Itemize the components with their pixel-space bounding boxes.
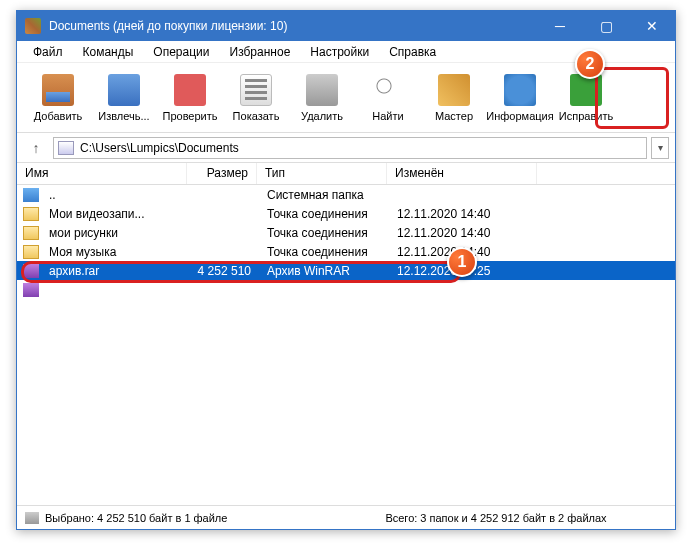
menu-settings[interactable]: Настройки — [300, 43, 379, 61]
menu-operations[interactable]: Операции — [143, 43, 219, 61]
extract-button[interactable]: Извлечь... — [91, 68, 157, 128]
folder-icon — [23, 207, 39, 221]
menu-commands[interactable]: Команды — [73, 43, 144, 61]
file-list: .. Системная папка Мои видеозапи... Точк… — [17, 185, 675, 505]
nav-up-button[interactable]: ↑ — [23, 136, 49, 160]
find-button[interactable]: Найти — [355, 68, 421, 128]
folder-icon — [23, 245, 39, 259]
folder-icon — [58, 141, 74, 155]
wizard-label: Мастер — [435, 110, 473, 122]
titlebar: Documents (дней до покупки лицензии: 10)… — [17, 11, 675, 41]
add-icon — [42, 74, 74, 106]
list-row-selected[interactable]: архив.rar 4 252 510 Архив WinRAR 12.12.2… — [17, 261, 675, 280]
delete-icon — [306, 74, 338, 106]
statusbar: Выбрано: 4 252 510 байт в 1 файле Всего:… — [17, 505, 675, 529]
list-row[interactable]: мои рисунки Точка соединения 12.11.2020 … — [17, 223, 675, 242]
info-icon — [504, 74, 536, 106]
col-modified[interactable]: Изменён — [387, 163, 537, 184]
find-label: Найти — [372, 110, 403, 122]
find-icon — [372, 74, 404, 106]
list-row-up[interactable]: .. Системная папка — [17, 185, 675, 204]
test-label: Проверить — [162, 110, 217, 122]
status-right: Всего: 3 папок и 4 252 912 байт в 2 файл… — [325, 512, 667, 524]
extract-label: Извлечь... — [98, 110, 149, 122]
app-icon — [25, 18, 41, 34]
list-row[interactable]: Мои видеозапи... Точка соединения 12.11.… — [17, 204, 675, 223]
menu-help[interactable]: Справка — [379, 43, 446, 61]
toolbar: Добавить Извлечь... Проверить Показать У… — [17, 63, 675, 133]
view-button[interactable]: Показать — [223, 68, 289, 128]
folder-icon — [23, 226, 39, 240]
test-button[interactable]: Проверить — [157, 68, 223, 128]
path-dropdown[interactable]: ▾ — [651, 137, 669, 159]
view-label: Показать — [233, 110, 280, 122]
delete-label: Удалить — [301, 110, 343, 122]
list-row[interactable]: Моя музыка Точка соединения 12.11.2020 1… — [17, 242, 675, 261]
repair-label: Исправить — [559, 110, 613, 122]
rar-icon — [23, 264, 39, 278]
annotation-badge-2: 2 — [575, 49, 605, 79]
up-icon — [23, 188, 39, 202]
window-title: Documents (дней до покупки лицензии: 10) — [49, 19, 537, 33]
maximize-button[interactable]: ▢ — [583, 11, 629, 41]
path-text: C:\Users\Lumpics\Documents — [80, 141, 239, 155]
extract-icon — [108, 74, 140, 106]
status-left: Выбрано: 4 252 510 байт в 1 файле — [45, 512, 325, 524]
col-name[interactable]: Имя — [17, 163, 187, 184]
navbar: ↑ C:\Users\Lumpics\Documents ▾ — [17, 133, 675, 163]
col-type[interactable]: Тип — [257, 163, 387, 184]
info-label: Информация — [486, 110, 553, 122]
path-box[interactable]: C:\Users\Lumpics\Documents — [53, 137, 647, 159]
menu-favorites[interactable]: Избранное — [220, 43, 301, 61]
test-icon — [174, 74, 206, 106]
wizard-icon — [438, 74, 470, 106]
add-button[interactable]: Добавить — [25, 68, 91, 128]
list-row[interactable] — [17, 280, 675, 299]
status-icon — [25, 512, 39, 524]
close-button[interactable]: ✕ — [629, 11, 675, 41]
minimize-button[interactable]: ─ — [537, 11, 583, 41]
menu-file[interactable]: Файл — [23, 43, 73, 61]
add-label: Добавить — [34, 110, 83, 122]
delete-button[interactable]: Удалить — [289, 68, 355, 128]
annotation-badge-1: 1 — [447, 247, 477, 277]
wizard-button[interactable]: Мастер — [421, 68, 487, 128]
view-icon — [240, 74, 272, 106]
info-button[interactable]: Информация — [487, 68, 553, 128]
app-window: Documents (дней до покупки лицензии: 10)… — [16, 10, 676, 530]
list-header: Имя Размер Тип Изменён — [17, 163, 675, 185]
rar-icon — [23, 283, 39, 297]
col-size[interactable]: Размер — [187, 163, 257, 184]
